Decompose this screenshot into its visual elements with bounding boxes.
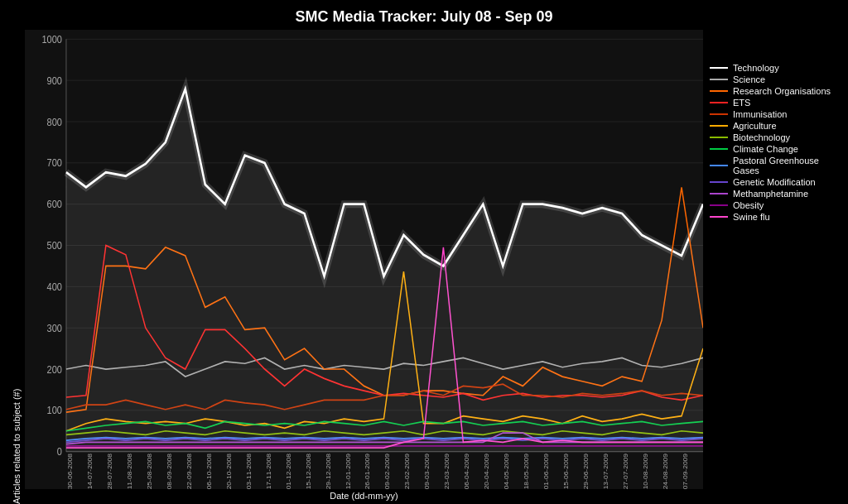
legend-item-genetic-mod: Genetic Modification: [710, 177, 841, 187]
svg-text:22-09-2008: 22-09-2008: [186, 453, 192, 489]
svg-text:20-04-2009: 20-04-2009: [484, 453, 490, 489]
svg-text:08-09-2008: 08-09-2008: [166, 453, 172, 489]
svg-text:15-06-2009: 15-06-2009: [563, 453, 570, 489]
svg-text:100: 100: [47, 405, 63, 416]
legend: Technology Science Research Organisation…: [703, 30, 848, 504]
legend-line-ets: [710, 102, 728, 103]
legend-item-research-org: Research Organisations: [710, 86, 841, 96]
legend-line-agriculture: [710, 125, 728, 127]
legend-label-genetic-mod: Genetic Modification: [733, 177, 816, 187]
svg-text:24-08-2009: 24-08-2009: [662, 453, 669, 489]
svg-text:26-01-2009: 26-01-2009: [364, 453, 371, 489]
svg-text:14-07-2008: 14-07-2008: [86, 453, 93, 489]
svg-text:11-08-2008: 11-08-2008: [126, 453, 132, 489]
chart-title: SMC Media Tracker: July 08 - Sep 09: [0, 0, 848, 30]
legend-line-methamphetamine: [710, 193, 728, 194]
legend-label-methamphetamine: Methamphetamine: [733, 189, 808, 199]
svg-text:300: 300: [47, 322, 63, 334]
svg-text:17-11-2008: 17-11-2008: [265, 453, 272, 489]
legend-line-technology: [710, 67, 728, 69]
y-axis-label: Articles related to subject (#): [8, 30, 25, 504]
legend-label-pastoral: Pastoral Greenhouse Gases: [733, 156, 841, 175]
svg-text:27-07-2009: 27-07-2009: [623, 453, 629, 489]
legend-line-obesity: [710, 204, 728, 206]
svg-text:18-05-2009: 18-05-2009: [523, 453, 530, 489]
svg-text:09-03-2009: 09-03-2009: [424, 453, 431, 489]
svg-text:15-12-2008: 15-12-2008: [305, 453, 311, 489]
svg-text:07-09-2009: 07-09-2009: [682, 453, 688, 489]
svg-text:03-11-2008: 03-11-2008: [245, 453, 252, 489]
legend-item-biotechnology: Biotechnology: [710, 132, 841, 142]
legend-line-genetic-mod: [710, 181, 728, 183]
legend-label-immunisation: Immunisation: [733, 109, 787, 119]
legend-line-immunisation: [710, 113, 728, 115]
svg-text:06-04-2009: 06-04-2009: [464, 453, 470, 489]
svg-text:30-06-2008: 30-06-2008: [66, 453, 73, 489]
svg-text:09-02-2009: 09-02-2009: [384, 453, 391, 489]
legend-label-science: Science: [733, 74, 765, 84]
legend-item-pastoral: Pastoral Greenhouse Gases: [710, 156, 841, 175]
svg-text:01-06-2009: 01-06-2009: [543, 453, 550, 489]
svg-text:01-12-2008: 01-12-2008: [285, 453, 292, 489]
legend-line-science: [710, 79, 728, 80]
svg-text:10-08-2009: 10-08-2009: [643, 453, 649, 489]
legend-item-climate-change: Climate Change: [710, 144, 841, 154]
svg-text:900: 900: [47, 74, 63, 86]
legend-label-climate-change: Climate Change: [733, 144, 798, 154]
legend-item-immunisation: Immunisation: [710, 109, 841, 119]
svg-text:700: 700: [47, 157, 63, 169]
svg-text:23-03-2009: 23-03-2009: [444, 453, 450, 489]
svg-text:28-07-2008: 28-07-2008: [106, 453, 113, 489]
legend-item-swine-flu: Swine flu: [710, 212, 841, 222]
svg-text:0: 0: [57, 446, 63, 458]
svg-text:29-06-2009: 29-06-2009: [583, 453, 590, 489]
legend-label-research-org: Research Organisations: [733, 86, 831, 96]
legend-item-agriculture: Agriculture: [710, 121, 841, 131]
chart-container: SMC Media Tracker: July 08 - Sep 09 Arti…: [0, 0, 848, 504]
svg-text:25-08-2008: 25-08-2008: [146, 453, 152, 489]
legend-item-methamphetamine: Methamphetamine: [710, 189, 841, 199]
legend-label-agriculture: Agriculture: [733, 121, 777, 131]
legend-label-swine-flu: Swine flu: [733, 212, 770, 222]
legend-label-technology: Technology: [733, 63, 779, 73]
svg-text:800: 800: [47, 116, 63, 127]
legend-line-pastoral: [710, 165, 728, 166]
svg-text:200: 200: [47, 363, 63, 375]
svg-text:21-09-2009: 21-09-2009: [701, 453, 703, 489]
legend-label-obesity: Obesity: [733, 200, 764, 210]
main-chart-svg: 0 100 200 300 400 500 600 700 800 900 10…: [25, 30, 703, 489]
legend-line-biotechnology: [710, 137, 728, 138]
svg-text:600: 600: [47, 199, 63, 210]
svg-text:06-10-2008: 06-10-2008: [205, 453, 212, 489]
chart-body: Articles related to subject (#): [0, 30, 848, 504]
svg-text:400: 400: [47, 281, 63, 292]
svg-text:29-12-2008: 29-12-2008: [325, 453, 331, 489]
legend-item-science: Science: [710, 74, 841, 84]
svg-text:23-02-2009: 23-02-2009: [404, 453, 411, 489]
svg-area: 0 100 200 300 400 500 600 700 800 900 10…: [25, 30, 703, 489]
chart-area: 0 100 200 300 400 500 600 700 800 900 10…: [25, 30, 703, 504]
svg-text:12-01-2009: 12-01-2009: [344, 453, 351, 489]
legend-item-obesity: Obesity: [710, 200, 841, 210]
svg-text:20-10-2008: 20-10-2008: [225, 453, 232, 489]
svg-text:500: 500: [47, 239, 63, 251]
legend-label-ets: ETS: [733, 98, 750, 108]
legend-item-ets: ETS: [710, 98, 841, 108]
x-axis-label: Date (dd-mm-yy): [25, 489, 703, 504]
legend-line-climate-change: [710, 148, 728, 150]
legend-line-research-org: [710, 90, 728, 92]
legend-item-technology: Technology: [710, 63, 841, 73]
legend-label-biotechnology: Biotechnology: [733, 132, 790, 142]
svg-text:04-05-2009: 04-05-2009: [504, 453, 510, 489]
legend-line-swine-flu: [710, 216, 728, 218]
svg-text:13-07-2009: 13-07-2009: [603, 453, 610, 489]
svg-text:1000: 1000: [42, 33, 63, 45]
